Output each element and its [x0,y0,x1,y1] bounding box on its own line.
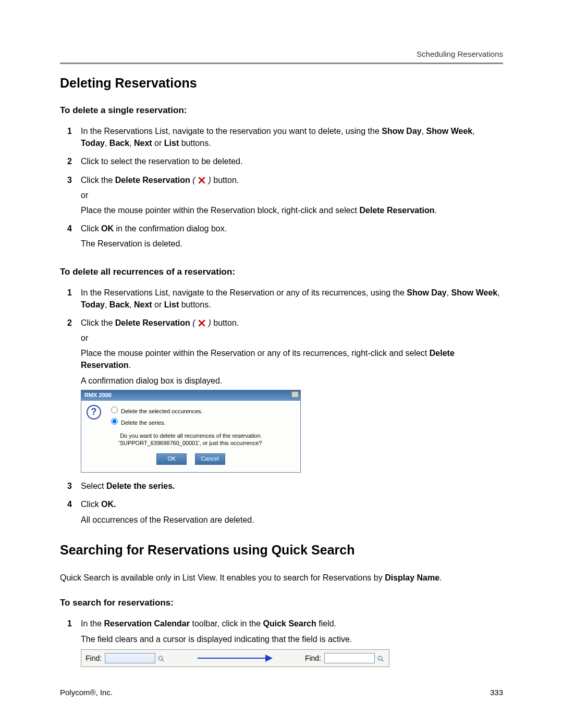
list-item: 1 In the Reservations List, navigate to … [81,125,503,149]
delete-reservation-icon [198,176,206,184]
steps-search: 1 In the Reservation Calendar toolbar, c… [60,618,503,667]
footer-left: Polycom®, Inc. [60,688,113,697]
heading-deleting-reservations: Deleting Reservations [60,76,503,91]
confirmation-dialog: RMX 2000 ? Delete the selected occurence… [81,390,301,473]
svg-line-7 [382,660,383,661]
list-item: 4 Click OK. All occurrences of the Reser… [81,498,503,525]
header-rule [60,63,503,64]
heading-search-steps: To search for reservations: [60,598,503,608]
list-item: 2 Click the Delete Reservation ( ) butto… [81,317,503,473]
heading-delete-single: To delete a single reservation: [60,105,503,116]
radio-delete-series[interactable]: Delete the series. [108,416,295,427]
arrow-head-icon [265,655,273,662]
svg-point-6 [378,657,382,661]
list-item: 2 Click to select the reservation to be … [81,155,503,167]
close-icon[interactable] [291,391,299,398]
radio-delete-selected[interactable]: Delete the selected occurences. [108,405,295,416]
find-label: Find: [305,653,321,663]
list-item: 1 In the Reservation Calendar toolbar, c… [81,618,503,667]
search-icon[interactable] [377,654,385,662]
find-input-after[interactable] [324,653,375,663]
dialog-title-bar: RMX 2000 [81,390,300,401]
dialog-title: RMX 2000 [84,392,112,398]
ok-button[interactable]: OK [156,453,187,465]
steps-delete-single: 1 In the Reservations List, navigate to … [60,125,503,250]
arrow-icon [198,658,265,659]
list-item: 3 Select Delete the series. [81,480,503,492]
list-item: 1 In the Reservations List, navigate to … [81,287,503,311]
heading-delete-all: To delete all recurrences of a reservati… [60,267,503,277]
list-item: 3 Click the Delete Reservation ( ) butto… [81,174,503,217]
running-head: Scheduling Reservations [417,50,503,58]
find-input-before[interactable] [105,653,155,663]
dialog-message: Do you want to delete all recurrences of… [106,432,274,448]
svg-point-4 [158,657,163,661]
question-icon: ? [87,405,101,419]
page-number: 333 [490,688,503,697]
delete-reservation-icon [198,318,206,327]
cancel-button[interactable]: Cancel [195,453,225,465]
svg-line-5 [162,660,164,661]
search-icon[interactable] [157,654,165,662]
quick-search-intro: Quick Search is available only in List V… [60,572,503,584]
find-label: Find: [85,653,102,663]
find-bar-illustration: Find: Find: [81,649,389,667]
steps-delete-all: 1 In the Reservations List, navigate to … [60,287,503,526]
heading-quick-search: Searching for Reservations using Quick S… [60,542,503,558]
list-item: 4 Click OK in the confirmation dialog bo… [81,223,503,250]
